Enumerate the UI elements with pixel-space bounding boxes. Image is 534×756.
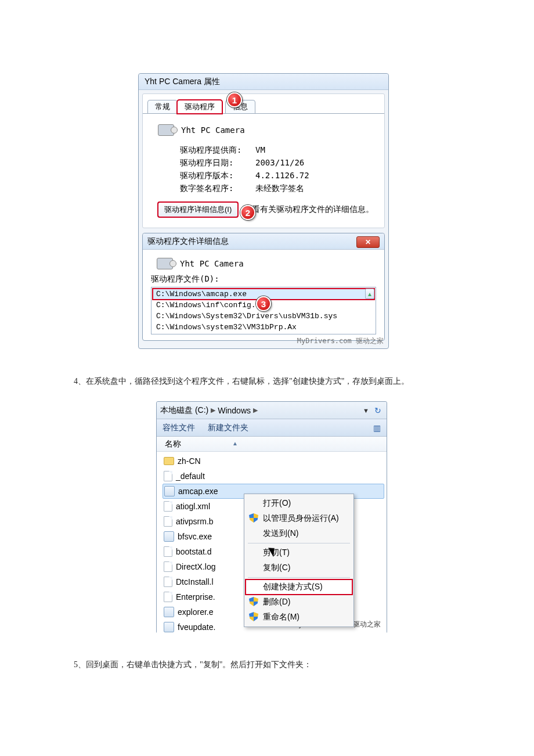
item-label: atiogl.xml — [176, 502, 210, 511]
device-name: Yht PC Camera — [181, 125, 245, 135]
item-label: _default — [176, 471, 205, 481]
shield-icon — [249, 513, 258, 523]
window-title: Yht PC Camera 属性 — [139, 74, 388, 90]
callout-3: 3 — [256, 296, 271, 311]
version-value: 4.2.1126.72 — [255, 171, 309, 181]
ctx-label: 重命名(M) — [263, 612, 300, 621]
dropdown-icon[interactable]: ▼ — [363, 407, 369, 414]
item-label: explorer.e — [178, 607, 213, 617]
article-step-4: 4、在系统盘中，循路径找到这个程序文件，右键鼠标，选择"创建快捷方式"，存放到桌… — [74, 376, 468, 387]
list-item[interactable]: zh-CN — [163, 453, 384, 469]
folder-icon — [164, 457, 174, 465]
date-label: 驱动程序日期: — [180, 158, 255, 168]
signer-value: 未经数字签名 — [255, 183, 304, 194]
provider-value: VM — [255, 145, 265, 156]
breadcrumb-bar: 本地磁盘 (C:) ▶ Windows ▶ ▼ ↻ — [157, 402, 387, 419]
files-dialog-title: 驱动程序文件详细信息 — [147, 236, 229, 246]
tab-general[interactable]: 常规 — [147, 100, 178, 114]
camera-icon — [157, 258, 173, 269]
exe-icon — [164, 486, 175, 496]
driver-details-desc: 查看有关驱动程序文件的详细信息。 — [244, 204, 374, 215]
callout-2: 2 — [240, 205, 255, 220]
item-label: fveupdate. — [178, 622, 215, 632]
tab-driver[interactable]: 驱动程序 — [177, 100, 222, 114]
ctx-create-shortcut[interactable]: 创建快捷方式(S) — [246, 579, 352, 595]
properties-dialog-screenshot: Yht PC Camera 属性 常规 驱动程序 信息 1 Yht PC Cam… — [138, 73, 389, 349]
article-step-5: 5、回到桌面，右键单击快捷方式，"复制"。然后打开如下文件夹： — [74, 660, 422, 670]
context-menu: 打开(O) 以管理员身份运行(A) 发送到(N) 剪切(T) 复制(C) 创建快… — [244, 494, 354, 627]
callout-1: 1 — [227, 92, 242, 107]
ctx-copy[interactable]: 复制(C) — [246, 560, 352, 575]
item-label: zh-CN — [178, 456, 201, 466]
ctx-run-as-admin[interactable]: 以管理员身份运行(A) — [246, 511, 352, 526]
driver-details-button[interactable]: 驱动程序详细信息(I) — [158, 202, 238, 217]
explorer-screenshot: 本地磁盘 (C:) ▶ Windows ▶ ▼ ↻ 容性文件 新建文件夹 ▥ 名… — [156, 401, 387, 633]
column-header[interactable]: 名称 ▲ — [157, 437, 387, 452]
explorer-toolbar: 容性文件 新建文件夹 ▥ — [157, 419, 387, 437]
breadcrumb-separator-icon: ▶ — [211, 406, 215, 414]
properties-panel: 常规 驱动程序 信息 1 Yht PC Camera 驱动程序提供商:VM 驱动… — [142, 93, 385, 228]
file-item[interactable]: C:\Windows\System32\Drivers\usbVM31b.sys — [153, 311, 374, 322]
ctx-open[interactable]: 打开(O) — [246, 496, 352, 511]
signer-label: 数字签名程序: — [180, 183, 255, 194]
file-icon — [164, 501, 172, 512]
sort-asc-icon: ▲ — [232, 440, 238, 447]
shield-icon — [249, 612, 258, 621]
driver-tab-content: Yht PC Camera 驱动程序提供商:VM 驱动程序日期:2003/11/… — [143, 113, 384, 228]
ctx-label: 删除(D) — [263, 597, 290, 606]
close-icon: ✕ — [365, 238, 371, 246]
file-icon — [164, 561, 172, 572]
shield-icon — [249, 597, 258, 606]
toolbar-compat-files[interactable]: 容性文件 — [163, 423, 195, 433]
toolbar-new-folder[interactable]: 新建文件夹 — [208, 423, 248, 433]
files-list-label: 驱动程序文件(D): — [151, 274, 376, 287]
camera-icon — [158, 124, 174, 136]
item-label: bfsvc.exe — [178, 532, 212, 541]
file-icon — [164, 592, 172, 602]
breadcrumb-separator-icon: ▶ — [253, 406, 258, 414]
scroll-up-button[interactable]: ▲ — [365, 289, 374, 299]
exe-icon — [164, 531, 174, 542]
item-label: Enterprise. — [176, 592, 215, 602]
ctx-separator — [248, 577, 350, 578]
close-button[interactable]: ✕ — [356, 236, 380, 248]
ctx-rename[interactable]: 重命名(M) — [246, 610, 352, 625]
ctx-send-to[interactable]: 发送到(N) — [246, 526, 352, 541]
item-label: amcap.exe — [178, 487, 218, 496]
file-icon — [164, 516, 172, 527]
breadcrumb-part[interactable]: Windows — [218, 406, 251, 415]
file-icon — [164, 471, 172, 481]
column-name: 名称 — [165, 439, 181, 448]
version-label: 驱动程序版本: — [180, 171, 255, 181]
date-value: 2003/11/26 — [255, 158, 304, 168]
list-item[interactable]: _default — [163, 469, 384, 484]
files-device-name: Yht PC Camera — [180, 259, 244, 268]
file-icon — [164, 577, 172, 587]
view-options-icon[interactable]: ▥ — [373, 423, 381, 433]
item-label: DirectX.log — [176, 562, 215, 571]
breadcrumb-part[interactable]: 本地磁盘 (C:) — [160, 405, 208, 416]
watermark-text: MyDrivers.com 驱动之家 — [297, 336, 384, 346]
item-label: DtcInstall.l — [176, 577, 214, 586]
ctx-separator — [248, 543, 350, 543]
item-label: bootstat.d — [176, 547, 212, 556]
file-item[interactable]: C:\Windows\system32\VM31bPrp.Ax — [153, 322, 374, 333]
ctx-label: 以管理员身份运行(A) — [263, 513, 339, 523]
file-icon — [164, 546, 172, 557]
tab-strip: 常规 驱动程序 信息 — [143, 94, 384, 114]
ctx-delete[interactable]: 删除(D) — [246, 595, 352, 610]
driver-files-dialog: 驱动程序文件详细信息 ✕ Yht PC Camera 驱动程序文件(D): C:… — [142, 233, 385, 341]
item-label: ativpsrm.b — [176, 517, 214, 526]
exe-icon — [164, 607, 174, 617]
refresh-icon[interactable]: ↻ — [373, 405, 383, 416]
exe-icon — [164, 622, 174, 632]
provider-label: 驱动程序提供商: — [180, 145, 255, 156]
ctx-cut[interactable]: 剪切(T) — [246, 545, 352, 560]
